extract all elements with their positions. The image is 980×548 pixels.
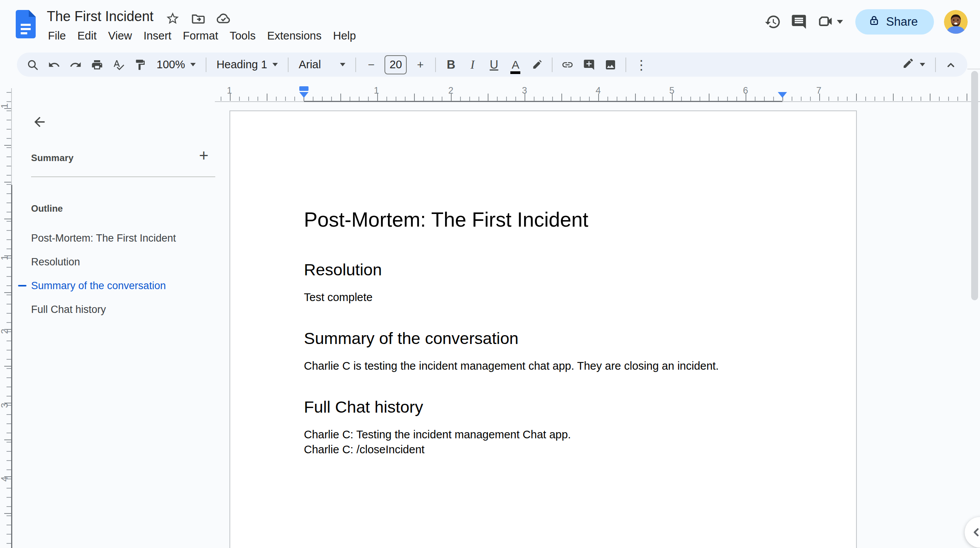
hide-menus-icon[interactable] [940, 54, 961, 75]
doc-paragraph[interactable]: Charlie C: Testing the incident manageme… [304, 427, 783, 442]
ruler-baseline [215, 101, 304, 102]
ruler-number: 1 [0, 101, 10, 110]
chevron-down-icon [272, 63, 278, 66]
menu-extensions[interactable]: Extensions [261, 28, 327, 43]
expand-side-panel-button[interactable] [965, 517, 980, 548]
ruler-baseline-active [304, 101, 782, 102]
menu-tools[interactable]: Tools [224, 28, 261, 43]
move-folder-icon[interactable] [190, 10, 206, 27]
menu-bar: File Edit View Insert Format Tools Exten… [42, 28, 362, 43]
ruler-baseline [11, 88, 12, 185]
version-history-icon[interactable] [762, 11, 784, 33]
underline-button[interactable]: U [483, 54, 504, 75]
ruler-baseline [782, 101, 980, 102]
ruler-number: 4 [596, 85, 601, 96]
add-comment-icon[interactable] [579, 54, 599, 75]
toolbar-divider [288, 58, 289, 72]
decrease-font-size-button[interactable]: − [361, 54, 381, 75]
sidebar-divider [31, 176, 215, 177]
doc-section: Summary of the conversation Charlie C is… [304, 329, 783, 374]
ruler-number: 1 [227, 85, 232, 96]
left-indent-marker[interactable] [299, 92, 309, 98]
ruler-number: 5 [669, 85, 674, 96]
add-summary-button[interactable]: + [193, 145, 214, 166]
cloud-saved-icon[interactable] [215, 10, 232, 27]
ruler-number: 6 [743, 85, 748, 96]
video-camera-icon [817, 13, 834, 31]
chevron-down-icon [920, 63, 925, 66]
join-call-button[interactable] [814, 13, 846, 31]
style-value: Heading 1 [216, 58, 267, 71]
paint-format-icon[interactable] [130, 54, 150, 75]
text-color-button[interactable]: A [505, 54, 526, 75]
font-value: Arial [299, 58, 321, 71]
insert-link-icon[interactable] [557, 54, 578, 75]
paragraph-style-select[interactable]: Heading 1 [211, 54, 283, 75]
document-page[interactable]: Post-Mortem: The First Incident Resoluti… [229, 110, 857, 548]
bold-button[interactable]: B [441, 54, 461, 75]
italic-button[interactable]: I [462, 54, 483, 75]
font-family-select[interactable]: Arial [293, 54, 351, 75]
back-arrow-icon[interactable] [29, 111, 50, 133]
doc-paragraph[interactable]: Charlie C: /closeIncident [304, 442, 783, 457]
menu-help[interactable]: Help [327, 28, 362, 43]
doc-section: Resolution Test complete [304, 260, 783, 305]
doc-paragraph[interactable]: Charlie C is testing the incident manage… [304, 359, 783, 374]
header-divider [967, 69, 980, 69]
search-menus-icon[interactable] [22, 54, 43, 75]
highlight-color-icon[interactable] [526, 54, 547, 75]
outline-item[interactable]: Post-Mortem: The First Incident [17, 226, 221, 250]
doc-heading-2[interactable]: Full Chat history [304, 397, 783, 416]
pencil-icon [902, 57, 914, 72]
chevron-down-icon [837, 20, 843, 24]
vertical-scrollbar-thumb[interactable] [971, 71, 978, 300]
redo-icon[interactable] [65, 54, 86, 75]
lock-icon [868, 15, 880, 29]
menu-view[interactable]: View [102, 28, 138, 43]
toolbar: 100% Heading 1 Arial − 20 + B I U [17, 53, 967, 77]
comments-icon[interactable] [788, 11, 810, 33]
font-size-input[interactable]: 20 [384, 55, 407, 74]
horizontal-ruler[interactable]: 1 1 2 3 4 5 6 7 [215, 86, 980, 102]
outline-list: Post-Mortem: The First Incident Resoluti… [17, 226, 221, 321]
first-line-indent-marker[interactable] [299, 86, 309, 91]
active-item-dash [18, 285, 26, 286]
more-options-button[interactable]: ⋮ [631, 54, 652, 75]
summary-heading: Summary [31, 153, 74, 163]
document-title[interactable]: The First Incident [47, 8, 153, 25]
menu-insert[interactable]: Insert [138, 28, 177, 43]
spelling-check-icon[interactable] [108, 54, 129, 75]
doc-heading-2[interactable]: Resolution [304, 260, 783, 279]
toolbar-divider [435, 58, 436, 72]
toolbar-divider [625, 58, 626, 72]
ruler-number: 3 [0, 401, 10, 410]
doc-paragraph[interactable]: Test complete [304, 290, 783, 305]
chevron-down-icon [340, 63, 345, 66]
ruler-number: 2 [448, 85, 453, 96]
chevron-left-icon [968, 525, 980, 540]
ruler-number: 1 [374, 85, 379, 96]
menu-edit[interactable]: Edit [72, 28, 102, 43]
increase-font-size-button[interactable]: + [410, 54, 431, 75]
vertical-ruler[interactable]: 1 1 2 3 4 [0, 86, 18, 548]
right-indent-marker[interactable] [778, 92, 787, 98]
outline-heading: Outline [31, 203, 63, 214]
docs-logo-icon[interactable] [16, 10, 36, 38]
insert-image-icon[interactable] [600, 54, 621, 75]
doc-heading-2[interactable]: Summary of the conversation [304, 329, 783, 348]
account-avatar[interactable] [944, 10, 968, 34]
menu-format[interactable]: Format [177, 28, 224, 43]
outline-item[interactable]: Resolution [17, 250, 221, 274]
menu-file[interactable]: File [42, 28, 72, 43]
outline-item[interactable]: Full Chat history [17, 298, 221, 321]
outline-item-active[interactable]: Summary of the conversation [17, 274, 221, 298]
print-icon[interactable] [87, 54, 107, 75]
share-button[interactable]: Share [855, 9, 934, 35]
undo-icon[interactable] [44, 54, 64, 75]
doc-heading-1[interactable]: Post-Mortem: The First Incident [304, 208, 783, 232]
zoom-select[interactable]: 100% [151, 54, 201, 75]
editing-mode-select[interactable] [897, 54, 931, 75]
star-icon[interactable] [164, 10, 181, 27]
doc-section: Full Chat history Charlie C: Testing the… [304, 397, 783, 457]
ruler-number: 7 [816, 85, 821, 96]
